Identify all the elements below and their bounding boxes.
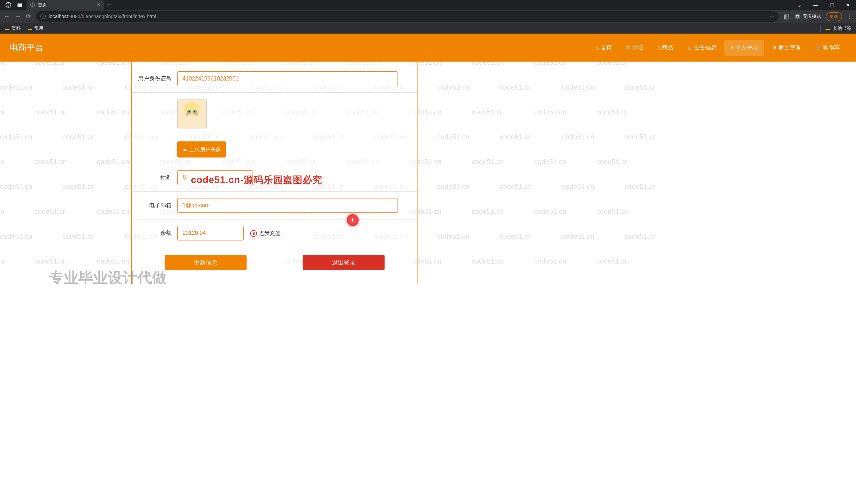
main-nav: ⌂首页 ✲论坛 ▯商品 ☺公告信息 ጸ个人中心 ⚙后台管理 🛒购物车 [589, 40, 846, 56]
row-upload: ☁ 上传用户头像 [132, 135, 417, 164]
nav-goods[interactable]: ▯商品 [651, 40, 679, 56]
home-icon: ⌂ [596, 45, 599, 51]
info-icon[interactable]: ⓘ [40, 13, 46, 20]
incognito-icon [794, 13, 801, 20]
avatar-image [177, 99, 207, 128]
upload-avatar-button[interactable]: ☁ 上传用户头像 [177, 141, 226, 158]
window-controls: ⌄ ― ▢ ✕ [792, 0, 856, 10]
new-tab-button[interactable]: + [104, 1, 115, 9]
nav-notice[interactable]: ☺公告信息 [681, 40, 723, 56]
row-gender: 性别 ▾ [132, 164, 417, 192]
update-info-button[interactable]: 更新信息 [165, 255, 247, 270]
folder-icon: ▬ [826, 26, 830, 31]
cursor-indicator: I [347, 214, 359, 226]
browser-tab[interactable]: 首页 × [27, 0, 104, 10]
bookmark-folder-2[interactable]: ▬常用 [28, 25, 43, 31]
link-icon: ⚙ [772, 44, 776, 51]
site-header: 电商平台 ⌂首页 ✲论坛 ▯商品 ☺公告信息 ጸ个人中心 ⚙后台管理 🛒购物车 [0, 34, 856, 62]
logout-button[interactable]: 退出登录 [303, 255, 385, 270]
nav-home[interactable]: ⌂首页 [589, 40, 618, 56]
svg-point-9 [194, 111, 195, 112]
cart-icon: 🛒 [815, 44, 821, 51]
forward-button[interactable]: → [15, 13, 21, 20]
forum-icon: ✲ [626, 44, 630, 51]
svg-point-10 [186, 113, 188, 116]
svg-point-3 [795, 14, 801, 20]
row-balance: 余额 ¥ 点我充值 [132, 219, 417, 247]
back-button[interactable]: ← [4, 13, 10, 20]
row-id-number: 用户身份证号 [132, 65, 417, 93]
window-icon[interactable] [14, 1, 25, 9]
maximize-button[interactable]: ▢ [824, 0, 840, 10]
yen-icon: ¥ [250, 230, 257, 237]
address-bar: ← → ⟳ ⓘ localhost:8080/dianshangpingtaix… [0, 10, 856, 23]
svg-rect-1 [18, 4, 22, 7]
recharge-link[interactable]: ¥ 点我充值 [250, 230, 280, 237]
tab-title: 首页 [38, 2, 94, 8]
svg-point-8 [188, 111, 190, 112]
url-text: localhost:8080/dianshangpingtaix/front/i… [49, 14, 156, 19]
folder-icon: ▬ [5, 26, 9, 31]
chevron-down-icon: ▾ [244, 175, 246, 180]
user-icon: ጸ [731, 44, 734, 51]
page-content: 用户身份证号 ☁ 上传用户头像 性别 ▾ [0, 62, 856, 284]
bookmarks-bar: ▬资料 ▬常用 ▬其他书签 [0, 23, 856, 34]
goods-icon: ▯ [657, 44, 660, 51]
menu-icon[interactable]: ⋮ [847, 13, 852, 20]
bookmark-other[interactable]: ▬其他书签 [820, 25, 851, 31]
nav-admin[interactable]: ⚙后台管理 [766, 40, 807, 56]
id-input[interactable] [177, 71, 398, 86]
incognito-indicator: 无痕模式 [794, 13, 821, 20]
minimize-button[interactable]: ― [808, 0, 824, 10]
row-avatar [132, 93, 417, 135]
bookmark-folder-1[interactable]: ▬资料 [5, 25, 21, 31]
globe-icon [30, 2, 35, 7]
chevron-down-icon[interactable]: ⌄ [792, 0, 808, 10]
site-brand: 电商平台 [10, 42, 43, 53]
nav-forum[interactable]: ✲论坛 [620, 40, 650, 56]
incognito-label: 无痕模式 [803, 13, 821, 20]
email-label: 电子邮箱 [135, 202, 177, 209]
bookmark-star-icon[interactable]: ☆ [769, 13, 774, 20]
gender-label: 性别 [135, 174, 177, 182]
nav-personal-center[interactable]: ጸ个人中心 [724, 40, 764, 56]
folder-icon: ▬ [28, 26, 32, 31]
profile-form-panel: 用户身份证号 ☁ 上传用户头像 性别 ▾ [131, 62, 418, 284]
close-icon[interactable]: × [97, 2, 100, 8]
url-input[interactable]: ⓘ localhost:8080/dianshangpingtaix/front… [36, 11, 779, 22]
email-input[interactable] [177, 198, 398, 213]
row-email: 电子邮箱 [132, 192, 417, 219]
balance-label: 余额 [135, 230, 177, 237]
app-icon [3, 1, 14, 9]
cloud-upload-icon: ☁ [182, 146, 187, 153]
svg-point-11 [195, 113, 198, 116]
button-row: 更新信息 退出登录 [132, 247, 417, 270]
update-button[interactable]: 更新 [826, 12, 842, 21]
balance-input[interactable] [177, 226, 244, 240]
gender-select[interactable] [177, 170, 253, 185]
tab-bar: 首页 × + ⌄ ― ▢ ✕ [0, 0, 856, 10]
id-label: 用户身份证号 [135, 75, 177, 83]
close-window-button[interactable]: ✕ [840, 0, 856, 10]
browser-chrome: 首页 × + ⌄ ― ▢ ✕ ← → ⟳ ⓘ localhost:8080/di… [0, 0, 856, 34]
panel-icon[interactable]: ◧ [783, 13, 789, 20]
notice-icon: ☺ [687, 45, 692, 51]
reload-button[interactable]: ⟳ [26, 13, 31, 20]
nav-cart[interactable]: 🛒购物车 [808, 40, 846, 56]
